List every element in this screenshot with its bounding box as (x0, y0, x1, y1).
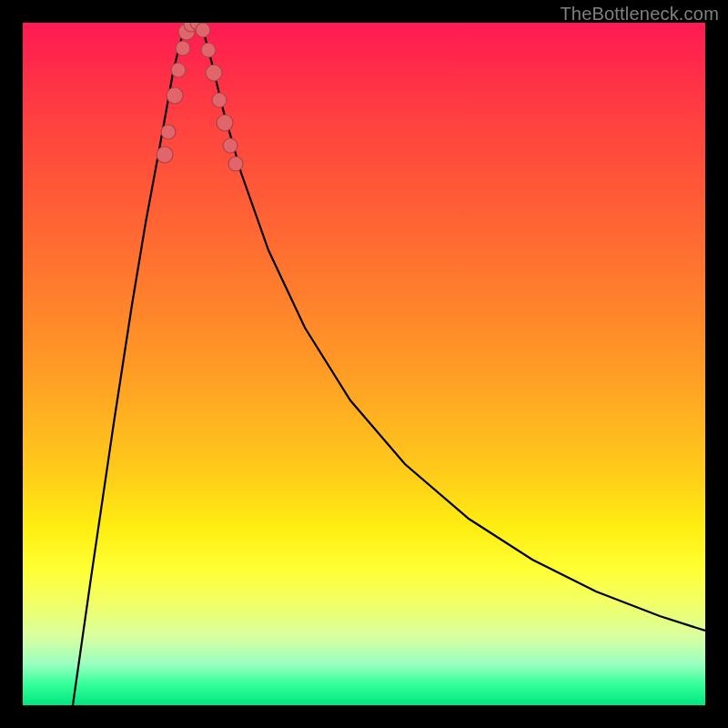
data-point-marker (201, 43, 216, 57)
data-point-marker (161, 125, 176, 139)
data-point-marker (217, 115, 233, 131)
data-point-marker (157, 147, 173, 163)
data-point-marker (223, 138, 238, 153)
data-point-marker (212, 93, 227, 107)
data-point-marker (206, 65, 222, 81)
data-point-marker (176, 41, 190, 56)
data-point-marker (228, 157, 243, 171)
bottleneck-left-curve (73, 23, 191, 705)
plot-area (23, 23, 705, 705)
curve-layer (23, 23, 705, 705)
data-point-marker (171, 63, 186, 77)
highlighted-data-points (157, 23, 243, 171)
bottleneck-right-curve (200, 23, 705, 631)
chart-frame: TheBottleneck.com (0, 0, 728, 728)
data-point-marker (167, 87, 183, 104)
data-point-marker (196, 23, 210, 37)
watermark-text: TheBottleneck.com (560, 4, 719, 25)
